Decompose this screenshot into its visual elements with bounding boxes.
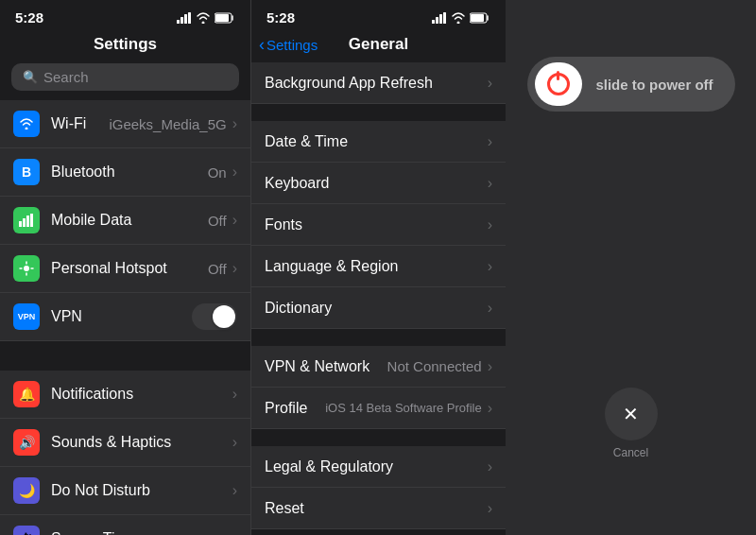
dnd-chevron: › (232, 482, 237, 499)
settings-panel: 5:28 Settings 🔍 Search (0, 0, 250, 535)
power-slider-label: slide to power off (582, 77, 728, 93)
svg-rect-22 (432, 20, 435, 24)
battery-icon (215, 12, 235, 24)
svg-rect-1 (180, 17, 183, 24)
svg-rect-8 (26, 216, 29, 227)
background-refresh-label: Background App Refresh (265, 75, 488, 92)
gen-sep-1 (251, 104, 506, 121)
general-header: ‹ Settings General (251, 31, 506, 61)
language-label: Language & Region (265, 258, 488, 275)
wifi-chevron: › (232, 115, 237, 132)
cancel-button[interactable]: ✕ (605, 388, 658, 440)
general-list: Background App Refresh › Date & Time › K… (251, 61, 506, 535)
vpn-toggle[interactable] (192, 303, 237, 330)
general-item-date-time[interactable]: Date & Time › (251, 121, 506, 163)
general-item-reset[interactable]: Reset › (251, 488, 506, 529)
gen-sep-2 (251, 329, 506, 346)
sounds-label: Sounds & Haptics (51, 434, 232, 451)
dictionary-label: Dictionary (265, 300, 488, 317)
hotspot-icon (13, 255, 40, 282)
language-chevron: › (488, 258, 492, 275)
profile-value: iOS 14 Beta Software Profile (325, 401, 481, 415)
dnd-icon: 🌙 (13, 477, 40, 504)
wifi-icon-2 (451, 12, 466, 24)
general-item-background-refresh[interactable]: Background App Refresh › (251, 62, 506, 104)
vpn-network-chevron: › (488, 358, 492, 375)
dnd-label: Do Not Disturb (51, 482, 232, 499)
power-slider-thumb (535, 62, 582, 106)
signal-icon (177, 12, 192, 24)
sounds-icon: 🔊 (13, 429, 40, 456)
status-time-1: 5:28 (15, 9, 43, 26)
settings-item-hotspot[interactable]: Personal Hotspot Off › (0, 245, 250, 293)
mobile-data-chevron: › (232, 212, 237, 229)
settings-item-bluetooth[interactable]: B Bluetooth On › (0, 148, 250, 197)
settings-item-notifications[interactable]: 🔔 Notifications › (0, 371, 250, 419)
hotspot-label: Personal Hotspot (51, 260, 208, 277)
search-placeholder: Search (43, 69, 89, 85)
general-item-language[interactable]: Language & Region › (251, 246, 506, 287)
status-icons-2 (432, 12, 490, 24)
settings-item-screen-time[interactable]: ⏱ Screen Time › (0, 515, 250, 535)
vpn-label: VPN (51, 308, 192, 325)
notifications-label: Notifications (51, 386, 232, 403)
vpn-network-label: VPN & Network (265, 358, 387, 375)
bluetooth-icon: B (13, 159, 40, 185)
general-title: General (349, 35, 408, 54)
power-icon (547, 73, 570, 95)
settings-item-sounds[interactable]: 🔊 Sounds & Haptics › (0, 419, 250, 467)
svg-rect-27 (471, 14, 484, 22)
back-label: Settings (266, 37, 318, 53)
notifications-chevron: › (232, 386, 237, 403)
hotspot-chevron: › (232, 260, 237, 277)
settings-item-vpn[interactable]: VPN VPN (0, 293, 250, 341)
svg-rect-25 (443, 12, 446, 24)
bluetooth-chevron: › (232, 164, 237, 181)
status-bar-2: 5:28 (251, 0, 506, 31)
settings-title: Settings (0, 31, 250, 63)
svg-rect-7 (23, 218, 26, 227)
network-group: Wi-Fi iGeeks_Media_5G › B Bluetooth On ›… (0, 100, 250, 341)
group-separator-1 (0, 342, 250, 371)
back-chevron: ‹ (259, 35, 265, 55)
notifications-group: 🔔 Notifications › 🔊 Sounds & Haptics › 🌙… (0, 371, 250, 535)
reset-label: Reset (265, 500, 488, 517)
gen-sep-3 (251, 429, 506, 446)
general-panel: 5:28 ‹ Settings Genera (250, 0, 506, 535)
settings-item-dnd[interactable]: 🌙 Do Not Disturb › (0, 467, 250, 515)
back-button[interactable]: ‹ Settings (259, 35, 318, 55)
general-item-dictionary[interactable]: Dictionary › (251, 287, 506, 329)
wifi-value: iGeeks_Media_5G (109, 116, 226, 132)
screen-time-label: Screen Time (51, 530, 232, 535)
svg-point-10 (24, 266, 29, 271)
general-item-keyboard[interactable]: Keyboard › (251, 163, 506, 204)
vpn-network-value: Not Connected (387, 358, 482, 374)
screen-time-icon: ⏱ (13, 526, 40, 535)
settings-item-mobile-data[interactable]: Mobile Data Off › (0, 197, 250, 245)
status-time-2: 5:28 (266, 9, 295, 26)
general-item-fonts[interactable]: Fonts › (251, 204, 506, 246)
svg-rect-5 (215, 14, 229, 22)
general-item-legal[interactable]: Legal & Regulatory › (251, 446, 506, 488)
status-bar-1: 5:28 (0, 0, 250, 31)
wifi-icon (196, 12, 211, 24)
date-time-chevron: › (488, 133, 492, 150)
general-item-profile[interactable]: Profile iOS 14 Beta Software Profile › (251, 388, 506, 429)
wifi-setting-icon (13, 111, 40, 137)
date-time-label: Date & Time (265, 133, 488, 150)
svg-rect-0 (177, 20, 180, 24)
reset-chevron: › (488, 500, 492, 517)
fonts-chevron: › (488, 216, 492, 233)
general-item-vpn-network[interactable]: VPN & Network Not Connected › (251, 346, 506, 388)
mobile-data-label: Mobile Data (51, 212, 208, 229)
keyboard-label: Keyboard (265, 175, 488, 192)
svg-rect-6 (19, 221, 22, 227)
mobile-data-value: Off (208, 213, 227, 229)
fonts-label: Fonts (265, 216, 488, 233)
profile-chevron: › (488, 400, 492, 417)
search-icon: 🔍 (23, 70, 38, 84)
settings-item-wifi[interactable]: Wi-Fi iGeeks_Media_5G › (0, 100, 250, 148)
cancel-label: Cancel (613, 446, 648, 459)
search-bar[interactable]: 🔍 Search (11, 63, 239, 91)
power-slider[interactable]: slide to power off (527, 57, 735, 112)
